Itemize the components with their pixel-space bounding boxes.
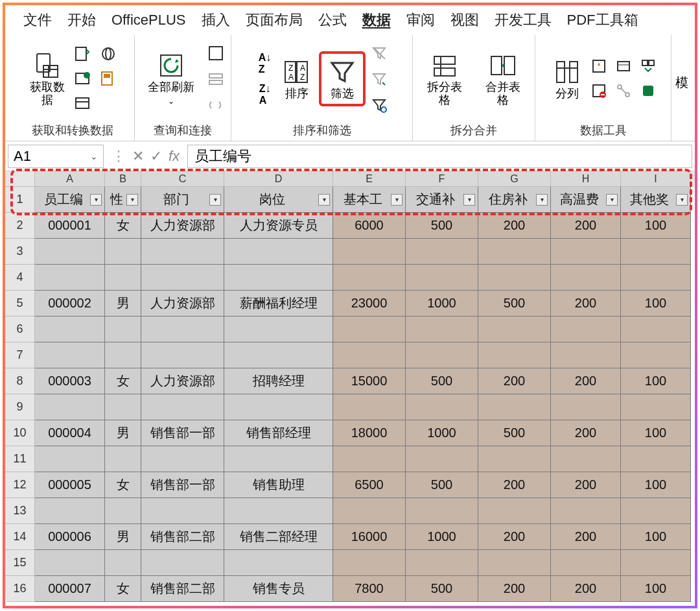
- data-cell[interactable]: [35, 498, 105, 524]
- data-cell[interactable]: [406, 446, 478, 472]
- cancel-icon[interactable]: ✕: [132, 148, 144, 165]
- data-cell[interactable]: 200: [551, 368, 621, 394]
- row-header[interactable]: 11: [5, 446, 35, 472]
- data-cell[interactable]: 男: [105, 420, 141, 446]
- get-data-button[interactable]: 获取数 据: [26, 49, 69, 110]
- data-validation-icon[interactable]: [589, 81, 609, 101]
- data-cell[interactable]: [141, 394, 224, 420]
- data-cell[interactable]: [224, 265, 333, 291]
- header-cell[interactable]: 员工编▾: [35, 187, 105, 213]
- filter-dropdown-icon[interactable]: ▾: [463, 194, 475, 206]
- filter-button[interactable]: 筛选: [324, 55, 360, 103]
- header-cell[interactable]: 性▾: [105, 187, 141, 213]
- filter-dropdown-icon[interactable]: ▾: [90, 194, 102, 206]
- data-cell[interactable]: [35, 265, 105, 291]
- data-cell[interactable]: 500: [478, 420, 551, 446]
- data-cell[interactable]: 500: [406, 213, 478, 239]
- filter-dropdown-icon[interactable]: ▾: [391, 194, 402, 206]
- filter-dropdown-icon[interactable]: ▾: [209, 194, 221, 206]
- data-cell[interactable]: 销售助理: [224, 472, 333, 498]
- from-text-icon[interactable]: [73, 44, 92, 64]
- from-picture-icon[interactable]: [99, 69, 118, 88]
- row-header[interactable]: 6: [5, 317, 35, 342]
- data-cell[interactable]: 销售部二部: [141, 524, 224, 550]
- data-cell[interactable]: 200: [478, 213, 551, 239]
- data-cell[interactable]: 500: [406, 576, 478, 602]
- data-cell[interactable]: [621, 550, 691, 576]
- data-cell[interactable]: [478, 342, 551, 368]
- existing-connections-icon[interactable]: [99, 93, 118, 113]
- data-cell[interactable]: 100: [621, 472, 691, 498]
- filter-dropdown-icon[interactable]: ▾: [318, 194, 330, 206]
- enter-icon[interactable]: ✓: [150, 148, 162, 165]
- data-cell[interactable]: 100: [621, 368, 691, 394]
- data-cell[interactable]: 23000: [333, 291, 406, 317]
- data-cell[interactable]: 销售部经理: [224, 420, 333, 446]
- data-cell[interactable]: 500: [478, 291, 551, 317]
- data-cell[interactable]: 100: [621, 213, 691, 239]
- row-header[interactable]: 1: [5, 187, 35, 213]
- sort-button[interactable]: ZAAZ 排序: [279, 55, 315, 103]
- data-cell[interactable]: [406, 342, 478, 368]
- data-cell[interactable]: [224, 239, 333, 265]
- menu-item-5[interactable]: 公式: [318, 10, 347, 30]
- data-cell[interactable]: [551, 317, 621, 342]
- queries-icon[interactable]: [206, 43, 226, 63]
- sort-desc-icon[interactable]: Z↓A: [255, 85, 275, 104]
- data-cell[interactable]: 100: [621, 524, 691, 550]
- data-cell[interactable]: [333, 446, 406, 472]
- data-cell[interactable]: 女: [105, 472, 141, 498]
- menu-item-6[interactable]: 数据: [362, 10, 391, 30]
- data-cell[interactable]: [141, 342, 224, 368]
- row-header[interactable]: 3: [5, 239, 35, 265]
- data-cell[interactable]: 100: [621, 291, 691, 317]
- data-cell[interactable]: [141, 446, 224, 472]
- data-cell[interactable]: [105, 342, 141, 368]
- data-cell[interactable]: 6500: [333, 472, 406, 498]
- header-cell[interactable]: 岗位▾: [224, 187, 333, 213]
- flash-fill-icon[interactable]: [589, 56, 609, 76]
- data-cell[interactable]: [551, 239, 621, 265]
- data-cell[interactable]: 销售部二部: [141, 576, 224, 602]
- row-header[interactable]: 7: [5, 342, 35, 368]
- col-header-G[interactable]: G: [478, 171, 551, 187]
- filter-dropdown-icon[interactable]: ▾: [676, 194, 688, 206]
- from-web-icon[interactable]: [99, 44, 118, 64]
- data-cell[interactable]: 200: [551, 420, 621, 446]
- data-cell[interactable]: [406, 317, 478, 342]
- data-cell[interactable]: 000006: [35, 524, 105, 550]
- menu-item-0[interactable]: 文件: [23, 10, 52, 30]
- data-cell[interactable]: [141, 317, 224, 342]
- data-cell[interactable]: 200: [551, 576, 621, 602]
- row-header[interactable]: 8: [5, 368, 35, 394]
- data-cell[interactable]: [621, 317, 691, 342]
- consolidate-icon[interactable]: [638, 56, 658, 76]
- data-cell[interactable]: [551, 342, 621, 368]
- data-cell[interactable]: 200: [551, 291, 621, 317]
- data-cell[interactable]: [224, 446, 333, 472]
- data-cell[interactable]: [35, 394, 105, 420]
- data-cell[interactable]: [105, 317, 141, 342]
- data-cell[interactable]: [224, 550, 333, 576]
- filter-dropdown-icon[interactable]: ▾: [606, 194, 618, 206]
- data-cell[interactable]: 人力资源部: [141, 213, 224, 239]
- data-model-icon[interactable]: [638, 81, 658, 101]
- data-cell[interactable]: 1000: [406, 291, 478, 317]
- data-cell[interactable]: 200: [551, 213, 621, 239]
- data-cell[interactable]: [105, 239, 141, 265]
- data-cell[interactable]: 女: [105, 213, 141, 239]
- clear-filter-icon[interactable]: [369, 43, 389, 63]
- row-header[interactable]: 9: [5, 394, 35, 420]
- data-cell[interactable]: [333, 265, 406, 291]
- row-header[interactable]: 15: [5, 550, 35, 576]
- sort-asc-icon[interactable]: A↓Z: [255, 54, 275, 73]
- header-cell[interactable]: 交通补▾: [406, 187, 478, 213]
- properties-icon[interactable]: [206, 69, 226, 89]
- data-cell[interactable]: [333, 394, 406, 420]
- fx-icon[interactable]: fx: [169, 148, 180, 165]
- data-cell[interactable]: [105, 498, 141, 524]
- menu-item-9[interactable]: 开发工具: [495, 10, 552, 30]
- data-cell[interactable]: 1000: [406, 524, 478, 550]
- formula-input[interactable]: 员工编号: [187, 145, 692, 168]
- data-cell[interactable]: [621, 265, 691, 291]
